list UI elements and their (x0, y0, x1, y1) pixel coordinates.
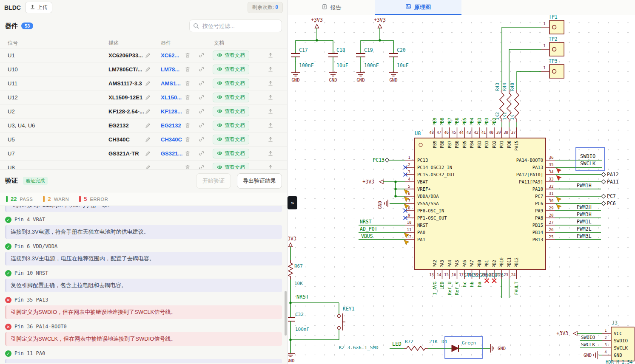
link-icon[interactable] (199, 164, 205, 169)
upload-doc-icon[interactable] (268, 108, 273, 114)
eye-icon (217, 52, 222, 59)
upload-doc-icon[interactable] (268, 122, 273, 128)
view-doc-button[interactable]: 查看文档 (213, 135, 249, 144)
part-link[interactable]: CH340C (161, 136, 182, 143)
delete-icon[interactable] (185, 164, 191, 169)
components-table: U1XC6206P33...XC62...查看文档U10LM7805CT/...… (0, 48, 287, 169)
view-doc-button[interactable]: 查看文档 (213, 93, 249, 102)
verification-list[interactable]: 引脚连接到PC13网络，功能与手册一致。✓Pin 4 VBAT连接到3.3V电源… (0, 206, 287, 363)
svg-text:TP2: TP2 (549, 36, 558, 42)
edit-icon[interactable] (145, 66, 151, 72)
link-icon[interactable] (199, 150, 205, 156)
link-icon[interactable] (199, 94, 205, 100)
svg-text:PC7: PC7 (607, 193, 616, 199)
designator-cell: U5 (8, 136, 15, 143)
part-link[interactable]: AMS1... (161, 80, 181, 87)
edit-icon[interactable] (145, 80, 151, 86)
link-icon[interactable] (199, 136, 205, 142)
upload-doc-icon[interactable] (268, 66, 273, 72)
viewer-panel: 报告 原理图 GNDC17100nFGNDC1810uFGNDC19100nFG… (288, 0, 635, 364)
search-input[interactable] (189, 20, 282, 32)
eye-icon (217, 136, 222, 143)
delete-icon[interactable] (185, 108, 191, 114)
edit-icon[interactable] (145, 52, 151, 58)
link-icon[interactable] (199, 80, 205, 86)
edit-icon[interactable] (145, 122, 151, 128)
edit-icon[interactable] (145, 150, 151, 156)
eye-icon (217, 66, 222, 73)
svg-text:J3: J3 (612, 320, 618, 326)
upload-button[interactable]: 上传 (25, 2, 52, 13)
upload-doc-icon[interactable] (268, 80, 273, 86)
export-results-button[interactable]: 导出验证结果 (237, 173, 282, 189)
upload-doc-icon[interactable] (268, 150, 273, 156)
verification-result: ✓Pin 4 VBAT连接到3.3V电源，符合手册在无独立电池时的供电建议。 (5, 216, 282, 239)
delete-icon[interactable] (185, 66, 191, 72)
part-link[interactable]: LM78... (161, 66, 179, 73)
svg-text:+3V3: +3V3 (362, 179, 374, 185)
tab-report[interactable]: 报告 (288, 0, 375, 15)
upload-doc-icon[interactable] (268, 136, 273, 142)
svg-text:PB10: PB10 (499, 257, 504, 268)
svg-text:PB0: PB0 (477, 260, 482, 268)
delete-icon[interactable] (185, 136, 191, 142)
view-doc-button[interactable]: 查看文档 (213, 51, 249, 60)
svg-text:PB13: PB13 (532, 237, 543, 242)
svg-text:VSSA/SSA: VSSA/SSA (417, 201, 439, 206)
scrollbar-thumb[interactable] (285, 291, 287, 336)
svg-text:Ref_U: Ref_U (447, 282, 453, 295)
part-link[interactable]: EG2132 (161, 122, 181, 129)
view-doc-button[interactable]: 查看文档 (213, 163, 249, 169)
link-icon[interactable] (199, 52, 205, 58)
eye-icon (217, 164, 222, 169)
j3-connector: J31VCC2SWDIO3SWCLK4GND+3V3SWDIOSWCLKGNDH… (556, 320, 635, 364)
schematic-viewport[interactable]: GNDC17100nFGNDC1810uFGNDC19100nFGNDC2010… (288, 15, 635, 364)
svg-text:PD2: PD2 (492, 118, 497, 126)
upload-doc-icon[interactable] (268, 52, 273, 58)
view-doc-button[interactable]: 查看文档 (213, 121, 249, 130)
link-icon[interactable] (199, 122, 205, 128)
edit-icon[interactable] (145, 94, 151, 100)
svg-text:31: 31 (549, 192, 554, 196)
part-link[interactable]: XL150... (161, 94, 182, 101)
svg-text:PA3: PA3 (440, 260, 444, 268)
collapse-panel-button[interactable]: » (288, 196, 297, 209)
view-doc-button[interactable]: 查看文档 (213, 149, 249, 158)
view-doc-button[interactable]: 查看文档 (213, 65, 249, 74)
link-icon[interactable] (199, 108, 205, 114)
part-link[interactable]: KF128... (161, 108, 182, 115)
edit-icon[interactable] (145, 108, 151, 114)
tab-schematic[interactable]: 原理图 (375, 0, 461, 15)
upload-doc-icon[interactable] (268, 94, 273, 100)
left-panel: BLDC 上传 剩余次数:0 器件 53 位号 描述 器件 文档 U1XC620… (0, 0, 288, 364)
link-icon[interactable] (199, 66, 205, 72)
svg-text:GND: GND (357, 77, 365, 82)
start-verify-button[interactable]: 开始验证 (196, 173, 231, 189)
svg-text:PB7: PB7 (447, 118, 452, 126)
delete-icon[interactable] (185, 122, 191, 128)
table-header: 位号 描述 器件 文档 (0, 37, 287, 48)
delete-icon[interactable] (185, 94, 191, 100)
delete-icon[interactable] (185, 52, 191, 58)
edit-icon[interactable] (145, 164, 151, 169)
schematic-canvas[interactable]: GNDC17100nFGNDC1810uFGNDC19100nFGNDC2010… (288, 15, 635, 364)
description-cell: XL1509-12E1 (108, 94, 142, 101)
svg-text:SWCLK: SWCLK (614, 345, 628, 351)
part-link[interactable]: GS321... (161, 150, 182, 157)
svg-text:FAULT: FAULT (514, 281, 519, 295)
view-doc-button[interactable]: 查看文档 (213, 107, 249, 116)
delete-icon[interactable] (185, 80, 191, 86)
part-link[interactable]: XC62... (161, 52, 179, 59)
upload-doc-icon[interactable] (268, 164, 273, 169)
svg-text:100nF: 100nF (364, 62, 379, 68)
view-doc-button[interactable]: 查看文档 (213, 79, 249, 88)
svg-text:PF0-OSC_IN: PF0-OSC_IN (417, 208, 444, 214)
pin-label: Pin 6 VDD/VDDA (14, 243, 57, 249)
table-row: U7GS321A-TRGS321...查看文档 (0, 147, 287, 161)
svg-text:1K: 1K (510, 115, 515, 120)
edit-icon[interactable] (145, 136, 151, 142)
svg-text:C18: C18 (336, 47, 345, 53)
table-row: U3, U4, U6EG2132EG2132查看文档 (0, 119, 287, 133)
delete-icon[interactable] (185, 150, 191, 156)
decoupling-capacitors: GNDC17100nFGNDC1810uFGNDC19100nFGNDC2010… (291, 17, 409, 82)
